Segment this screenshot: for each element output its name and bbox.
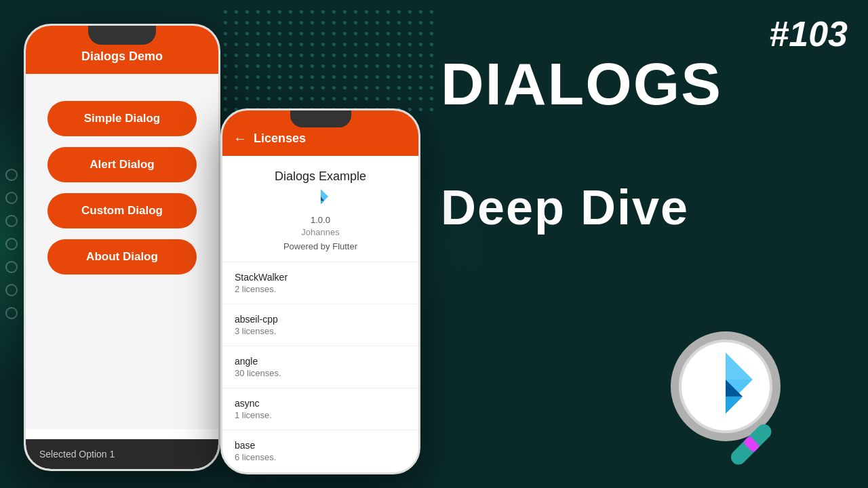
simple-dialog-button[interactable]: Simple Dialog — [47, 101, 197, 136]
license-count-abseil: 3 licenses. — [235, 326, 406, 336]
license-count-angle: 30 licenses. — [235, 368, 406, 378]
side-circle-2 — [5, 192, 18, 204]
phone-2-notch — [290, 110, 351, 127]
license-name-abseil: abseil-cpp — [235, 314, 406, 325]
svg-marker-11 — [321, 201, 324, 204]
back-arrow-icon[interactable]: ← — [233, 131, 247, 146]
licenses-author: Johannes — [229, 227, 412, 237]
license-name-base: base — [235, 440, 406, 451]
side-circle-6 — [5, 284, 18, 296]
custom-dialog-button[interactable]: Custom Dialog — [47, 193, 197, 228]
hero-subtitle: Deep Dive — [441, 183, 848, 232]
license-name-stackwalker: StackWalker — [235, 272, 406, 283]
side-circle-4 — [5, 238, 18, 250]
about-dialog-button[interactable]: About Dialog — [47, 239, 197, 274]
phone-1-notch — [88, 26, 156, 45]
flutter-logo-small — [229, 188, 412, 211]
hero-title: DIALOGS — [441, 54, 848, 114]
dot-grid-decoration: const dc = document.querySelector('.dots… — [224, 10, 438, 116]
alert-dialog-button[interactable]: Alert Dialog — [47, 147, 197, 182]
phone-1-title: Dialogs Demo — [39, 49, 205, 64]
license-count-stackwalker: 2 licenses. — [235, 284, 406, 294]
phone-mockup-2: ← Licenses Dialogs Example 1.0.0 Johanne… — [220, 108, 420, 474]
side-circle-7 — [5, 307, 18, 319]
license-name-angle: angle — [235, 356, 406, 367]
licenses-version: 1.0.0 — [229, 215, 412, 225]
episode-number: #103 — [769, 14, 848, 54]
license-item-abseil[interactable]: abseil-cpp 3 licenses. — [222, 304, 418, 346]
phone-1-body: Simple Dialog Alert Dialog Custom Dialog… — [26, 74, 218, 429]
license-item-async[interactable]: async 1 license. — [222, 388, 418, 430]
licenses-app-name: Dialogs Example — [229, 169, 412, 184]
phone-2-body: Dialogs Example 1.0.0 Johannes Powered b… — [222, 156, 418, 467]
side-circle-3 — [5, 215, 18, 227]
flutter-magnifier-icon — [658, 319, 807, 468]
phone-2-title: Licenses — [254, 131, 306, 146]
svg-marker-8 — [321, 189, 328, 197]
license-item-angle[interactable]: angle 30 licenses. — [222, 346, 418, 388]
side-circle-1 — [5, 169, 18, 181]
license-item-base[interactable]: base 6 licenses. — [222, 430, 418, 467]
side-circle-5 — [5, 261, 18, 273]
licenses-app-info: Dialogs Example 1.0.0 Johannes Powered b… — [222, 156, 418, 262]
phone-mockup-1: Dialogs Demo Simple Dialog Alert Dialog … — [24, 24, 220, 471]
license-count-async: 1 license. — [235, 410, 406, 420]
phone-1-footer: Selected Option 1 — [26, 439, 218, 469]
license-name-async: async — [235, 398, 406, 409]
side-circles-decoration — [5, 169, 18, 319]
powered-by-label: Powered by Flutter — [229, 241, 412, 251]
license-item-stackwalker[interactable]: StackWalker 2 licenses. — [222, 262, 418, 304]
license-count-base: 6 licenses. — [235, 452, 406, 462]
